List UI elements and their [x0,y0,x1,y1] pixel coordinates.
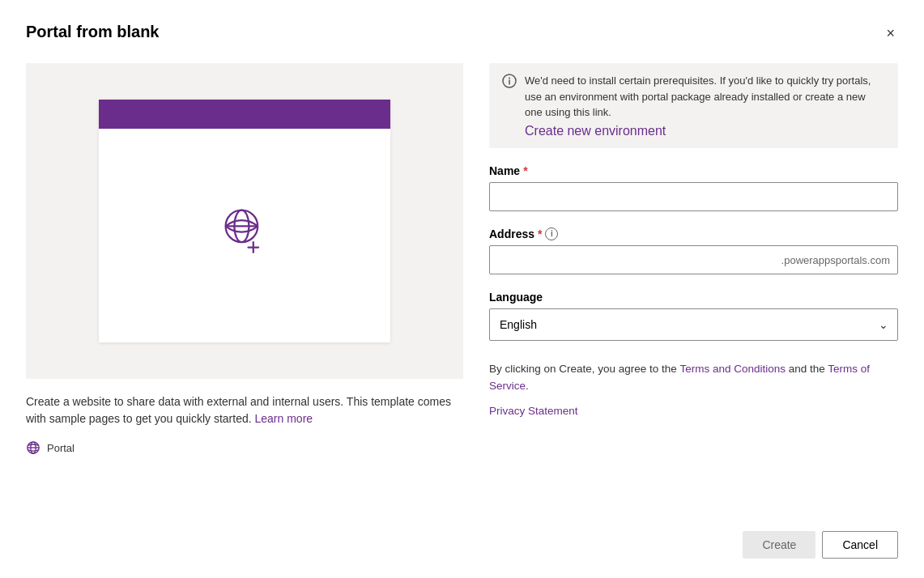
description-text: Create a website to share data with exte… [26,393,463,427]
name-input[interactable] [489,182,898,211]
dialog-title: Portal from blank [26,23,159,41]
name-field-group: Name * [489,164,898,211]
address-input-wrapper: .powerappsportals.com [489,245,898,274]
language-label: Language [489,291,898,304]
name-required-star: * [523,164,527,177]
address-field-group: Address * i .powerappsportals.com [489,227,898,274]
language-select[interactable]: English Spanish French German Japanese C… [489,308,898,341]
terms-text: By clicking on Create, you agree to the … [489,360,898,395]
close-button[interactable]: × [883,23,898,44]
cancel-button[interactable]: Cancel [822,531,898,559]
svg-point-10 [509,78,510,79]
info-banner-text: We'd need to install certain prerequisit… [525,74,871,118]
portal-globe-icon [26,440,40,455]
dialog-header: Portal from blank × [26,23,898,44]
language-select-wrapper: English Spanish French German Japanese C… [489,308,898,341]
dialog-body: Create a website to share data with exte… [26,63,898,559]
info-banner: We'd need to install certain prerequisit… [489,63,898,148]
info-banner-content: We'd need to install certain prerequisit… [525,73,885,138]
terms-conditions-link[interactable]: Terms and Conditions [679,363,786,375]
dialog-footer: Create Cancel [489,512,898,559]
preview-header-bar [99,100,390,129]
right-panel: We'd need to install certain prerequisit… [489,63,898,559]
address-input[interactable] [489,245,898,274]
create-button[interactable]: Create [743,531,815,559]
name-label: Name * [489,164,898,177]
address-info-icon: i [545,227,558,240]
language-field-group: Language English Spanish French German J… [489,291,898,341]
preview-box [26,63,463,379]
privacy-statement-link[interactable]: Privacy Statement [489,405,898,417]
create-new-env-link[interactable]: Create new environment [525,124,885,138]
learn-more-link[interactable]: Learn more [254,412,313,425]
preview-inner [99,100,390,342]
left-panel: Create a website to share data with exte… [26,63,463,559]
globe-plus-icon [215,200,274,258]
portal-tag: Portal [26,440,463,455]
address-required-star: * [538,227,542,240]
portal-tag-label: Portal [47,442,75,454]
dialog: Portal from blank × [0,0,924,578]
info-banner-icon [502,74,517,88]
address-label: Address * i [489,227,898,240]
